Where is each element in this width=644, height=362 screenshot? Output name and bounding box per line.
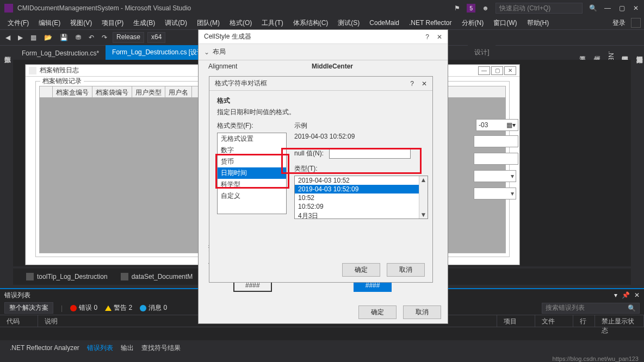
format-cancel-button[interactable]: 取消 [387, 263, 425, 277]
type-item-1[interactable]: 数字 [218, 145, 286, 156]
pattern-0[interactable]: 2019-04-03 10:52 [295, 176, 428, 185]
menu-project[interactable]: 项目(P) [97, 17, 128, 29]
menu-view[interactable]: 视图(V) [66, 17, 96, 29]
grid-rowheader[interactable] [40, 86, 53, 97]
format-close-icon[interactable]: ✕ [422, 80, 427, 88]
notification-badge[interactable]: 5 [467, 4, 475, 13]
close-button[interactable]: ✕ [632, 4, 640, 12]
filter-warnings[interactable]: 警告 2 [105, 303, 132, 313]
cellstyle-help-icon[interactable]: ? [425, 33, 429, 41]
errorlist-search-input[interactable]: 搜索错误列表🔍 [542, 303, 640, 314]
type-item-3[interactable]: 日期时间 [218, 167, 286, 179]
menu-format[interactable]: 格式(O) [225, 17, 256, 29]
col-file[interactable]: 文件 [535, 315, 573, 327]
format-desc: 指定日期和时间值的格式。 [217, 108, 425, 117]
combo-1[interactable]: ▾ [474, 170, 516, 182]
menu-test[interactable]: 测试(S) [333, 17, 364, 29]
quick-launch-search-icon[interactable]: 🔍 [589, 4, 597, 12]
minimize-button[interactable]: — [604, 4, 611, 12]
tab-design-dup[interactable]: 设计] [468, 45, 496, 60]
pattern-3[interactable]: 10:52:09 [295, 202, 428, 211]
form-min-icon[interactable]: — [478, 66, 490, 75]
menu-arch[interactable]: 体系结构(C) [289, 17, 333, 29]
tab-form-design[interactable]: Form_Log_Destruction.cs [设计 [106, 45, 210, 60]
tooltip-icon [26, 273, 34, 280]
menu-codemaid[interactable]: CodeMaid [365, 18, 404, 28]
user-icon[interactable] [631, 18, 641, 28]
prop-alignment[interactable]: Alignment MiddleCenter [199, 60, 448, 72]
grid-col-0[interactable]: 档案盒编号 [53, 86, 92, 97]
errorlist-pin-icon[interactable]: 📌 [622, 291, 630, 299]
errorlist-dropdown-icon[interactable]: ▾ [614, 291, 617, 299]
errorlist-close-icon[interactable]: ✕ [634, 291, 640, 299]
scope-select[interactable]: 整个解决方案 [4, 302, 53, 314]
type-item-2[interactable]: 货币 [218, 156, 286, 167]
col-proj[interactable]: 项目 [497, 315, 535, 327]
save-icon[interactable]: 💾 [58, 33, 70, 42]
form-close-icon[interactable]: ✕ [504, 66, 516, 75]
type-item-5[interactable]: 自定义 [218, 190, 286, 202]
btab-reflector[interactable]: .NET Reflector Analyzer [10, 344, 79, 352]
type2-label: 类型(T): [294, 164, 428, 173]
textbox-1[interactable] [474, 135, 518, 147]
notification-flag-icon[interactable]: ⚑ [454, 4, 460, 12]
menu-window[interactable]: 窗口(W) [489, 17, 521, 29]
tray-tooltip[interactable]: toolTip_Log_Destruction [26, 273, 108, 280]
textbox-2[interactable] [474, 153, 518, 165]
quick-launch-input[interactable]: 快速启动 (Ctrl+Q) [496, 3, 583, 14]
format-ok-button[interactable]: 确定 [342, 263, 380, 277]
undo-icon[interactable]: ↶ [86, 33, 96, 42]
type-item-0[interactable]: 无格式设置 [218, 133, 286, 145]
col-suppress[interactable]: 禁止显示状态 [595, 315, 644, 327]
pattern-1[interactable]: 2019-04-03 10:52:09 [295, 185, 428, 194]
open-icon[interactable]: 📂 [42, 33, 54, 42]
cellstyle-close-icon[interactable]: ✕ [437, 33, 442, 41]
tray-dataset[interactable]: dataSet_DocumentM [121, 273, 193, 280]
cellstyle-cancel-button[interactable]: 取消 [403, 305, 441, 319]
menu-team[interactable]: 团队(M) [193, 17, 224, 29]
menu-debug[interactable]: 调试(D) [160, 17, 191, 29]
grid-col-3[interactable]: 用户名 [165, 86, 192, 97]
signin-link[interactable]: 登录 [612, 18, 630, 28]
maximize-button[interactable]: ▢ [618, 4, 626, 12]
cellstyle-ok-button[interactable]: 确定 [358, 305, 397, 319]
menu-analyze[interactable]: 分析(N) [457, 17, 488, 29]
filter-messages[interactable]: 消息 0 [140, 303, 167, 313]
type-item-4[interactable]: 科学型 [218, 179, 286, 190]
form-max-icon[interactable]: ▢ [491, 66, 503, 75]
nav-fwd-icon[interactable]: ▶ [16, 33, 25, 42]
error-icon [70, 305, 77, 311]
type-pattern-listbox[interactable]: 2019-04-03 10:52 2019-04-03 10:52:09 10:… [294, 176, 428, 219]
null-value-input[interactable] [329, 148, 411, 159]
tab-form-cs[interactable]: Form_Log_Destruction.cs* [15, 47, 106, 60]
nav-back-icon[interactable]: ◀ [3, 33, 13, 42]
menu-reflector[interactable]: .NET Reflector [405, 18, 456, 28]
section-layout[interactable]: ⌄ 布局 [199, 44, 448, 60]
menu-file[interactable]: 文件(F) [3, 17, 33, 29]
config-select[interactable]: Release [113, 32, 144, 43]
redo-icon[interactable]: ↷ [100, 33, 109, 42]
feedback-icon[interactable]: ☻ [482, 4, 489, 12]
grid-col-2[interactable]: 用户类型 [132, 86, 165, 97]
filter-errors[interactable]: 错误 0 [70, 303, 97, 313]
col-line[interactable]: 行 [573, 315, 595, 327]
menu-edit[interactable]: 编辑(E) [34, 17, 65, 29]
pattern-4[interactable]: 4月3日 [295, 211, 428, 219]
menu-help[interactable]: 帮助(H) [523, 17, 554, 29]
format-type-listbox[interactable]: 无格式设置 数字 货币 日期时间 科学型 自定义 [217, 133, 287, 214]
new-project-icon[interactable]: ▦ [28, 33, 39, 42]
grid-col-1[interactable]: 档案袋编号 [92, 86, 132, 97]
btab-findsymbol[interactable]: 查找符号结果 [141, 344, 181, 353]
date-field[interactable]: -03▦▾ [476, 119, 518, 131]
menu-build[interactable]: 生成(B) [129, 17, 159, 29]
format-help-icon[interactable]: ? [410, 80, 414, 88]
menu-tools[interactable]: 工具(T) [257, 17, 287, 29]
platform-select[interactable]: x64 [147, 32, 165, 43]
col-code[interactable]: 代码 [0, 315, 38, 327]
pattern-2[interactable]: 10:52 [295, 194, 428, 202]
btab-output[interactable]: 输出 [121, 344, 134, 353]
combo-2[interactable]: ▾ [474, 188, 516, 199]
save-all-icon[interactable]: ⛃ [73, 33, 83, 42]
scrollbar[interactable]: ▲▼ [419, 176, 428, 219]
btab-errorlist[interactable]: 错误列表 [87, 344, 113, 353]
